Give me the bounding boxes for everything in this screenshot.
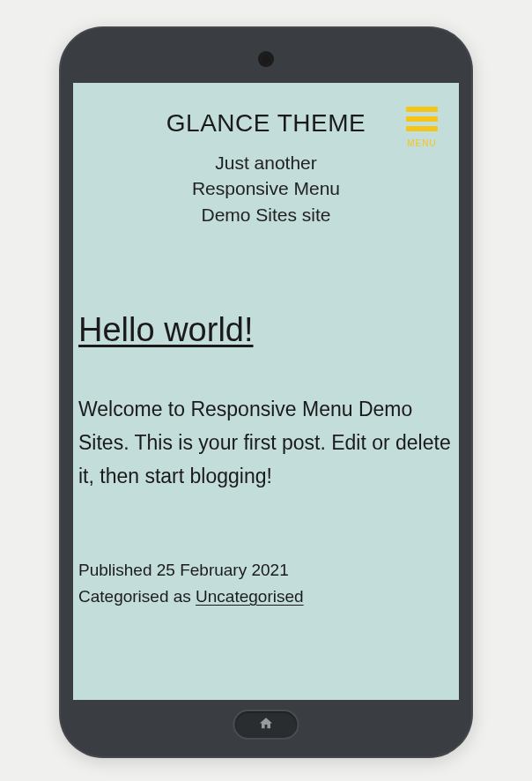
- published-prefix: Published: [78, 561, 157, 579]
- categorised-line: Categorised as Uncategorised: [78, 584, 454, 610]
- post-body: Welcome to Responsive Menu Demo Sites. T…: [78, 393, 454, 494]
- menu-label: MENU: [407, 138, 436, 148]
- site-tagline: Just another Responsive Menu Demo Sites …: [174, 150, 358, 227]
- category-link[interactable]: Uncategorised: [196, 587, 304, 606]
- categorised-prefix: Categorised as: [78, 587, 196, 606]
- published-line: Published 25 February 2021: [78, 557, 454, 584]
- post-meta: Published 25 February 2021 Categorised a…: [78, 557, 454, 611]
- page-content: GLANCE THEME Just another Responsive Men…: [73, 83, 459, 700]
- published-date: 25 February 2021: [157, 561, 289, 579]
- phone-inner: GLANCE THEME Just another Responsive Men…: [66, 33, 466, 751]
- site-title[interactable]: GLANCE THEME: [78, 109, 454, 138]
- home-icon: [259, 716, 274, 734]
- phone-screen[interactable]: GLANCE THEME Just another Responsive Men…: [73, 83, 459, 700]
- front-camera: [258, 51, 274, 67]
- home-button[interactable]: [233, 710, 299, 740]
- post-title-link[interactable]: Hello world!: [78, 311, 454, 349]
- site-header: GLANCE THEME Just another Responsive Men…: [78, 109, 454, 227]
- menu-toggle-button[interactable]: MENU: [406, 107, 438, 148]
- phone-device-frame: GLANCE THEME Just another Responsive Men…: [59, 26, 473, 758]
- hamburger-icon: [406, 107, 438, 131]
